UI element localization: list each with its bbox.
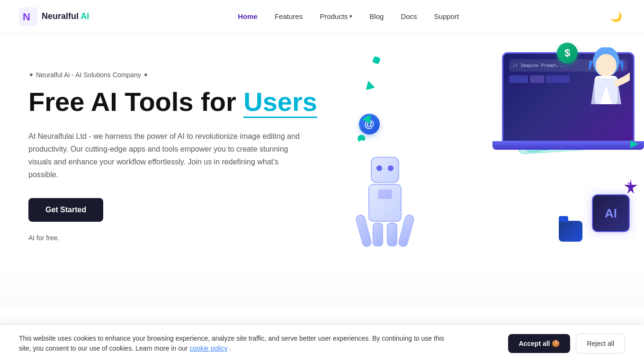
person-figure	[582, 47, 630, 125]
folder-icon	[559, 221, 582, 242]
robot-leg-left	[373, 223, 383, 246]
nav-docs[interactable]: Docs	[401, 12, 417, 20]
robot-eye-right	[388, 165, 394, 171]
nav-support[interactable]: Support	[434, 12, 459, 20]
robot-torso	[368, 184, 402, 222]
svg-point-3	[596, 54, 617, 77]
hero-title-text: Free AI Tools for	[28, 87, 243, 117]
products-chevron-icon: ▾	[349, 13, 352, 19]
nav-features[interactable]: Features	[275, 12, 303, 20]
robot-leg-right	[387, 223, 397, 246]
hero-subtext: AI for free.	[28, 234, 335, 242]
person-svg	[582, 47, 630, 123]
robot-legs	[368, 222, 402, 246]
get-started-button[interactable]: Get Started	[28, 198, 103, 222]
ai-chip-icon: AI	[592, 194, 630, 232]
navbar: N Neuralful AI Home Features Products ▾ …	[0, 0, 644, 33]
hero-bg-fade	[0, 270, 644, 308]
nav-links: Home Features Products ▾ Blog Docs Suppo…	[238, 12, 459, 21]
svg-text:N: N	[23, 11, 30, 23]
hero-title-highlight: Users	[243, 87, 317, 118]
nav-blog[interactable]: Blog	[369, 12, 384, 20]
robot-eye-left	[376, 165, 382, 171]
dollar-icon: $	[557, 43, 578, 63]
hero-description: At Neuralfulai Ltd - we harness the powe…	[28, 130, 303, 181]
logo-text: Neuralful AI	[42, 11, 89, 21]
crescent-icon	[354, 133, 367, 148]
decorative-triangle-1	[364, 80, 375, 90]
robot-head	[371, 157, 399, 183]
star-icon	[622, 178, 639, 195]
hero-visual: // Imagine Prompt... $ @ AI	[354, 38, 644, 256]
crescent-svg	[354, 133, 367, 146]
hero-image: // Imagine Prompt... $ @ AI	[354, 33, 644, 261]
robot-figure	[368, 157, 402, 246]
play-icon: ▶	[630, 137, 638, 150]
star-decoration	[622, 178, 639, 199]
dark-mode-toggle[interactable]: 🌙	[608, 8, 625, 25]
laptop-base	[492, 141, 644, 150]
hero-title: Free AI Tools for Users	[28, 87, 335, 117]
nav-products[interactable]: Products ▾	[320, 12, 352, 20]
logo-icon: N	[19, 7, 38, 26]
nav-home[interactable]: Home	[238, 12, 258, 20]
decorative-rect	[372, 56, 381, 64]
hero-section: ✦ Neuralful Ai - AI Solutions Company ✦ …	[0, 33, 644, 308]
hero-content: ✦ Neuralful Ai - AI Solutions Company ✦ …	[0, 33, 354, 270]
nav-right: 🌙	[608, 8, 625, 25]
logo-link[interactable]: N Neuralful AI	[19, 7, 89, 26]
hero-badge: ✦ Neuralful Ai - AI Solutions Company ✦	[28, 71, 335, 79]
